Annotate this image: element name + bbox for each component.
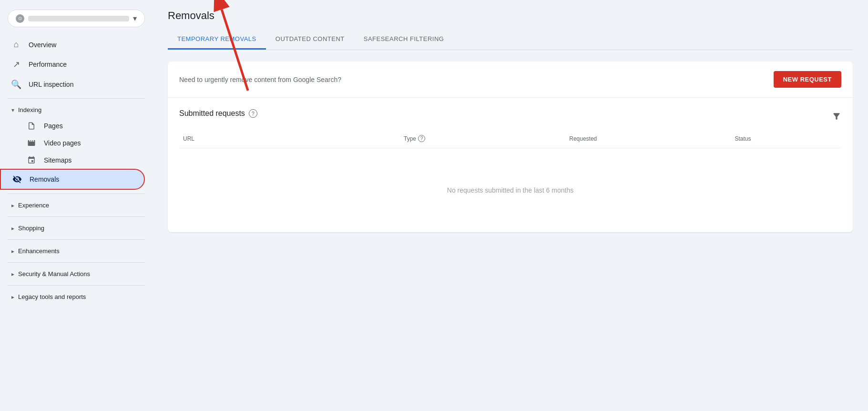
- col-type: Type ?: [400, 133, 565, 144]
- sidebar-section-enhancements-label: Enhancements: [18, 247, 60, 255]
- chevron-down-icon: ▾: [133, 14, 137, 23]
- tabs-bar: TEMPORARY REMOVALS OUTDATED CONTENT SAFE…: [168, 30, 853, 50]
- submitted-header-row: Submitted requests ?: [179, 109, 841, 125]
- content-area: Need to urgently remove content from Goo…: [153, 50, 868, 411]
- sidebar-item-overview-label: Overview: [29, 41, 56, 49]
- sidebar-section-shopping-label: Shopping: [18, 225, 44, 232]
- sidebar-item-video-pages-label: Video pages: [44, 139, 81, 147]
- new-request-banner: Need to urgently remove content from Goo…: [168, 62, 853, 98]
- expand-icon-enhancements: ▸: [11, 248, 14, 255]
- expand-icon-legacy: ▸: [11, 294, 14, 300]
- empty-state-text: No requests submitted in the last 6 mont…: [447, 186, 573, 194]
- sidebar-item-sitemaps[interactable]: Sitemaps: [0, 152, 153, 169]
- sidebar-item-removals[interactable]: Removals: [0, 169, 145, 190]
- sidebar-item-video-pages[interactable]: Video pages: [0, 134, 153, 152]
- col-status: Status: [731, 133, 842, 144]
- sidebar-item-sitemaps-label: Sitemaps: [44, 156, 71, 164]
- site-selector-text: [28, 16, 129, 21]
- site-selector-icon: ⊙: [16, 14, 24, 23]
- sidebar-divider-6: [8, 285, 145, 286]
- sidebar-section-experience[interactable]: ▸ Experience: [0, 198, 153, 213]
- new-request-text: Need to urgently remove content from Goo…: [179, 76, 341, 83]
- trending-up-icon: ↗: [11, 59, 21, 70]
- sidebar-divider-3: [8, 216, 145, 217]
- new-request-button[interactable]: NEW REQUEST: [774, 71, 841, 88]
- help-icon[interactable]: ?: [249, 109, 257, 118]
- empty-state: No requests submitted in the last 6 mont…: [179, 148, 841, 232]
- sidebar-item-performance[interactable]: ↗ Performance: [0, 54, 145, 74]
- page-title: Removals: [168, 10, 853, 22]
- sitemap-icon: [27, 156, 36, 164]
- site-selector[interactable]: ⊙ ▾: [8, 10, 145, 27]
- sidebar-section-security-label: Security & Manual Actions: [18, 270, 90, 277]
- visibility-off-icon: [12, 175, 22, 184]
- collapse-icon: ▾: [11, 107, 14, 113]
- sidebar-item-pages[interactable]: Pages: [0, 117, 153, 134]
- tab-outdated-content[interactable]: OUTDATED CONTENT: [266, 30, 354, 50]
- submitted-section: Submitted requests ? URL Type ?: [168, 98, 853, 232]
- sidebar-section-indexing[interactable]: ▾ Indexing: [0, 103, 153, 117]
- sidebar-item-pages-label: Pages: [44, 122, 63, 130]
- expand-icon-experience: ▸: [11, 202, 14, 209]
- expand-icon-security: ▸: [11, 271, 14, 277]
- tab-safesearch-filtering[interactable]: SAFESEARCH FILTERING: [354, 30, 454, 50]
- sidebar-divider-1: [8, 98, 145, 99]
- sidebar-section-legacy-label: Legacy tools and reports: [18, 293, 86, 300]
- submitted-title: Submitted requests ?: [179, 109, 257, 118]
- main-content: Removals TEMPORARY REMOVALS OUTDATED CON…: [153, 0, 868, 411]
- sidebar-section-shopping[interactable]: ▸ Shopping: [0, 221, 153, 236]
- filter-icon[interactable]: [832, 112, 841, 123]
- type-help-icon[interactable]: ?: [418, 135, 425, 142]
- col-url: URL: [179, 133, 400, 144]
- col-requested: Requested: [565, 133, 731, 144]
- pages-icon: [27, 122, 36, 130]
- table-header: URL Type ? Requested Status: [179, 129, 841, 148]
- home-icon: ⌂: [11, 40, 21, 50]
- sidebar-section-security[interactable]: ▸ Security & Manual Actions: [0, 267, 153, 281]
- sidebar-item-performance-label: Performance: [29, 61, 67, 68]
- expand-icon-shopping: ▸: [11, 225, 14, 232]
- sidebar-section-experience-label: Experience: [18, 202, 49, 209]
- search-icon: 🔍: [11, 79, 21, 90]
- sidebar-item-url-inspection[interactable]: 🔍 URL inspection: [0, 74, 145, 94]
- sidebar-section-legacy[interactable]: ▸ Legacy tools and reports: [0, 289, 153, 304]
- sidebar-section-enhancements[interactable]: ▸ Enhancements: [0, 244, 153, 258]
- page-header: Removals TEMPORARY REMOVALS OUTDATED CON…: [153, 0, 868, 50]
- tab-temporary-removals[interactable]: TEMPORARY REMOVALS: [168, 30, 266, 50]
- sidebar-item-removals-label: Removals: [30, 175, 59, 183]
- sidebar-divider-5: [8, 262, 145, 263]
- sidebar-item-overview[interactable]: ⌂ Overview: [0, 35, 145, 54]
- video-icon: [27, 139, 36, 147]
- sidebar-divider-4: [8, 239, 145, 240]
- sidebar-divider-2: [8, 194, 145, 194]
- sidebar-section-indexing-label: Indexing: [18, 106, 41, 113]
- sidebar: ⊙ ▾ ⌂ Overview ↗ Performance 🔍 URL inspe…: [0, 0, 153, 411]
- removals-card: Need to urgently remove content from Goo…: [168, 62, 853, 232]
- sidebar-item-url-inspection-label: URL inspection: [29, 81, 73, 88]
